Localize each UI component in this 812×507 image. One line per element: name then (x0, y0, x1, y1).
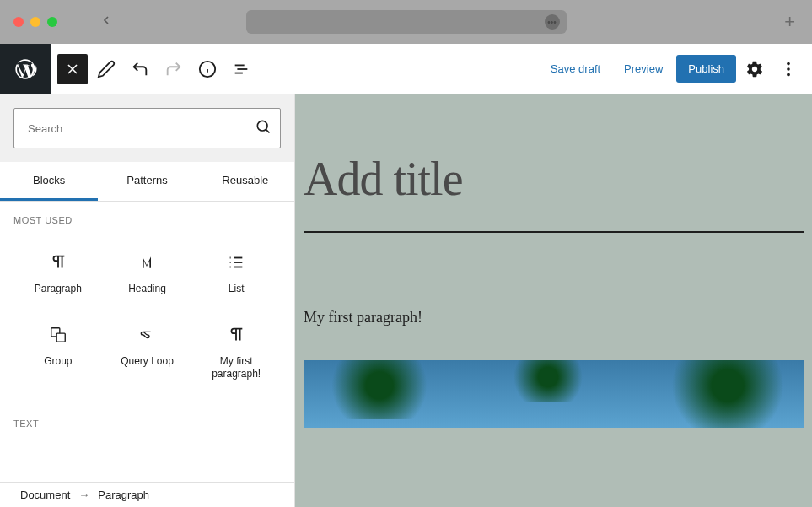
svg-point-11 (257, 121, 267, 131)
paragraph-icon (226, 325, 246, 345)
list-icon (226, 252, 246, 272)
search-input[interactable] (28, 122, 255, 135)
new-tab-button[interactable]: + (784, 11, 795, 33)
minimize-window-button[interactable] (30, 17, 40, 27)
block-paragraph[interactable]: Paragraph (13, 235, 103, 308)
toolbar-right: Save draft Preview Publish (540, 54, 804, 84)
undo-button[interactable] (125, 54, 155, 84)
block-label: Query Loop (121, 355, 174, 369)
block-grid-most-used: Paragraph Heading List Group Query Loop (13, 235, 281, 393)
options-button[interactable] (773, 54, 804, 84)
paragraph-icon (48, 252, 68, 272)
section-most-used: MOST USED (13, 215, 281, 225)
block-label: Group (44, 355, 72, 369)
paragraph-block[interactable]: My first paragraph! (304, 309, 804, 326)
settings-button[interactable] (739, 54, 770, 84)
outline-button[interactable] (226, 54, 256, 84)
block-heading[interactable]: Heading (103, 235, 192, 308)
block-my-first-paragraph[interactable]: My first paragraph! (191, 308, 281, 393)
block-list[interactable]: List (191, 235, 281, 308)
group-icon (48, 325, 68, 345)
traffic-lights (13, 17, 57, 27)
close-window-button[interactable] (13, 17, 24, 27)
toggle-inserter-button[interactable] (57, 54, 88, 84)
window-titlebar: ••• + (0, 0, 812, 44)
section-text: TEXT (13, 418, 281, 429)
tools-button[interactable] (91, 54, 121, 84)
palm-tree-image (506, 360, 590, 402)
maximize-window-button[interactable] (47, 17, 57, 27)
block-inserter-panel: Blocks Patterns Reusable MOST USED Parag… (0, 94, 295, 507)
block-query-loop[interactable]: Query Loop (103, 308, 192, 393)
block-label: My first paragraph! (198, 355, 274, 381)
toolbar-left (57, 54, 256, 84)
title-separator (304, 231, 804, 233)
palm-tree-image (320, 360, 438, 419)
editor-canvas[interactable]: Add title My first paragraph! (295, 94, 812, 507)
inserter-tabs: Blocks Patterns Reusable (0, 162, 294, 202)
breadcrumb-bar: Document → Paragraph (0, 482, 294, 507)
query-loop-icon (137, 325, 157, 345)
block-label: Heading (128, 283, 166, 296)
browser-back-button[interactable] (99, 13, 113, 30)
tab-blocks[interactable]: Blocks (0, 162, 98, 201)
svg-rect-20 (56, 333, 65, 342)
editor-header: Save draft Preview Publish (0, 44, 812, 94)
svg-point-9 (787, 67, 790, 71)
search-icon (255, 118, 272, 138)
tab-reusable[interactable]: Reusable (196, 162, 294, 201)
blocks-content: MOST USED Paragraph Heading List Group (0, 202, 294, 507)
url-bar[interactable]: ••• (246, 10, 567, 34)
block-group[interactable]: Group (13, 308, 103, 393)
svg-point-8 (787, 62, 790, 65)
main-area: Blocks Patterns Reusable MOST USED Parag… (0, 94, 812, 507)
redo-button[interactable] (159, 54, 189, 84)
chevron-right-icon: → (78, 488, 89, 501)
svg-line-12 (266, 129, 269, 132)
search-box[interactable] (13, 108, 281, 148)
save-draft-button[interactable]: Save draft (540, 56, 610, 82)
block-label: List (229, 283, 245, 296)
svg-point-10 (787, 73, 790, 76)
breadcrumb-document[interactable]: Document (20, 488, 70, 501)
search-wrap (0, 94, 294, 162)
details-button[interactable] (192, 54, 223, 84)
wordpress-logo[interactable] (0, 44, 51, 94)
preview-button[interactable]: Preview (614, 56, 673, 82)
heading-icon (137, 252, 157, 272)
url-options-icon[interactable]: ••• (545, 14, 560, 30)
palm-tree-image (660, 360, 795, 428)
publish-button[interactable]: Publish (676, 55, 736, 83)
breadcrumb-current[interactable]: Paragraph (98, 488, 149, 501)
tab-patterns[interactable]: Patterns (98, 162, 196, 201)
post-title-input[interactable]: Add title (304, 127, 804, 231)
image-block[interactable] (304, 360, 804, 428)
block-label: Paragraph (35, 283, 82, 296)
